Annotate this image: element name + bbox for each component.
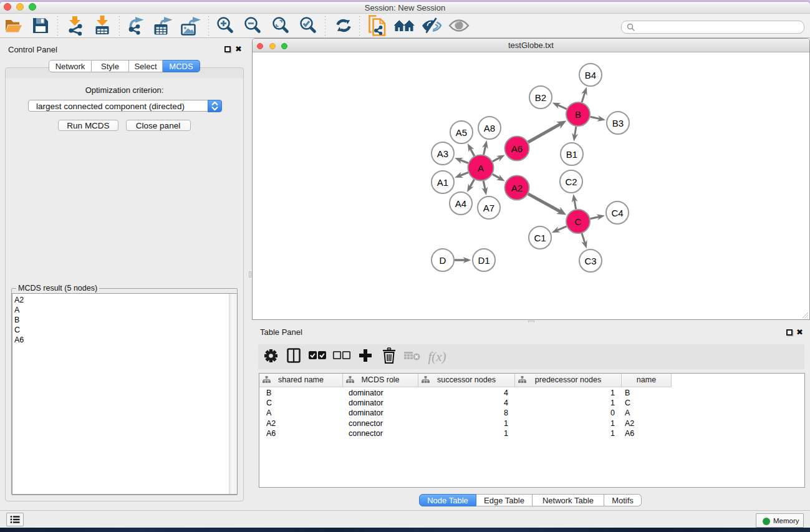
table-cell[interactable]: A2	[625, 418, 670, 428]
unselect-all-button[interactable]	[333, 348, 350, 365]
table-cell[interactable]: dominator	[349, 408, 417, 418]
table-cell[interactable]: connector	[349, 418, 417, 428]
table-cell[interactable]: 4	[478, 388, 508, 398]
table-cell[interactable]: 1	[584, 388, 615, 398]
criterion-select[interactable]: largest connected component (directed)	[28, 100, 222, 112]
zoom-fit-button[interactable]	[270, 17, 291, 37]
table-cell[interactable]: C	[266, 398, 341, 408]
gear-button[interactable]	[262, 348, 279, 365]
table-cell[interactable]: B	[625, 388, 670, 398]
maximize-window-button[interactable]	[281, 43, 287, 49]
column-header-MCDS-role[interactable]: MCDS role	[343, 374, 418, 387]
search-input[interactable]	[621, 21, 804, 34]
mcds-result-item[interactable]: A	[12, 305, 237, 315]
table-cell[interactable]: dominator	[349, 398, 417, 408]
edge-B-B2[interactable]	[557, 105, 567, 109]
edge-A-A2[interactable]	[493, 174, 501, 178]
table-cell[interactable]: A	[625, 408, 670, 418]
tab-network[interactable]: Network	[49, 60, 92, 72]
minimize-window-button[interactable]	[269, 43, 276, 49]
tab-edge-table[interactable]: Edge Table	[476, 494, 533, 506]
columns-button[interactable]	[285, 348, 302, 365]
table-cell[interactable]: 1	[584, 418, 615, 428]
mcds-result-item[interactable]: A2	[12, 295, 237, 305]
maximize-window-button[interactable]	[29, 3, 36, 11]
column-header-predecessor-nodes[interactable]: predecessor nodes	[515, 374, 622, 387]
scrollbar-track[interactable]	[229, 294, 237, 495]
add-column-button[interactable]	[357, 348, 374, 365]
table-cell[interactable]: 1	[478, 418, 508, 428]
edge-A2-C[interactable]	[528, 194, 561, 212]
tab-node-table[interactable]: Node Table	[419, 494, 476, 506]
table-cell[interactable]: 1	[584, 428, 615, 438]
table-cell[interactable]: 0	[584, 408, 615, 418]
edge-A-A7[interactable]	[483, 181, 485, 190]
edge-B-B1[interactable]	[574, 127, 576, 137]
hide-button[interactable]	[421, 17, 442, 37]
show-panels-button[interactable]	[6, 513, 24, 526]
vertical-split-grip[interactable]	[249, 271, 251, 278]
table-cell[interactable]: A6	[266, 428, 341, 438]
close-panel-icon[interactable]: ✖	[235, 45, 242, 53]
table-cell[interactable]: C	[625, 398, 670, 408]
node-table[interactable]: shared nameMCDS rolesuccessor nodesprede…	[259, 373, 805, 488]
edge-C-C2[interactable]	[574, 199, 576, 209]
duplicate-network-button[interactable]	[367, 17, 388, 37]
import-table-button[interactable]	[92, 17, 113, 37]
tab-select[interactable]: Select	[129, 60, 163, 72]
close-window-button[interactable]	[257, 43, 263, 49]
network-window-titlebar[interactable]: testGlobe.txt	[253, 39, 809, 52]
table-cell[interactable]: A6	[625, 428, 670, 438]
table-cell[interactable]: A2	[266, 418, 341, 428]
edge-B-B3[interactable]	[591, 117, 601, 119]
mcds-result-item[interactable]: B	[12, 315, 237, 325]
float-panel-icon[interactable]	[786, 329, 793, 336]
refresh-button[interactable]	[333, 17, 354, 37]
edge-A6-B[interactable]	[528, 123, 561, 142]
close-panel-button[interactable]: Close panel	[126, 120, 191, 131]
close-window-button[interactable]	[4, 3, 11, 11]
zoom-in-button[interactable]	[215, 17, 236, 37]
open-folder-button[interactable]	[3, 17, 24, 37]
table-cell[interactable]: 4	[478, 398, 508, 408]
export-image-button[interactable]	[180, 17, 201, 37]
mcds-result-item[interactable]: A6	[12, 335, 237, 345]
tab-network-table[interactable]: Network Table	[533, 494, 604, 506]
save-button[interactable]	[30, 17, 51, 37]
tab-mcds[interactable]: MCDS	[163, 60, 200, 72]
table-cell[interactable]: A	[266, 408, 341, 418]
table-cell[interactable]: 8	[478, 408, 508, 418]
tab-style[interactable]: Style	[92, 60, 129, 72]
edge-A-A4[interactable]	[470, 180, 475, 188]
close-panel-icon[interactable]: ✖	[796, 328, 803, 336]
column-header-successor-nodes[interactable]: successor nodes	[418, 374, 515, 387]
export-network-button[interactable]	[126, 17, 147, 37]
zoom-selected-button[interactable]	[297, 17, 319, 37]
network-canvas[interactable]: B4B2BB3A5A8A6A3B1AA1C2A2A4A7C4CC1C3DD1	[253, 53, 809, 319]
zoom-out-button[interactable]	[242, 17, 263, 37]
mcds-result-list[interactable]: A2ABCA6	[12, 293, 238, 495]
minimize-window-button[interactable]	[16, 3, 24, 11]
show-button[interactable]	[448, 17, 470, 37]
column-header-name[interactable]: name	[622, 374, 672, 387]
resize-grip[interactable]	[801, 311, 809, 319]
run-mcds-button[interactable]: Run MCDS	[58, 120, 118, 131]
edge-A-A6[interactable]	[493, 157, 501, 162]
edge-C-C4[interactable]	[591, 216, 600, 218]
edge-A-A5[interactable]	[470, 148, 475, 156]
float-panel-icon[interactable]	[224, 46, 231, 52]
neighbors-button[interactable]	[393, 17, 415, 37]
table-cell[interactable]: 1	[478, 428, 508, 438]
mcds-result-item[interactable]: C	[12, 325, 237, 335]
memory-button[interactable]: Memory	[756, 513, 804, 528]
app-titlebar[interactable]: Session: New Session	[0, 2, 810, 14]
table-cell[interactable]: B	[266, 388, 341, 398]
table-cell[interactable]: 1	[584, 398, 615, 408]
select-all-button[interactable]	[309, 348, 326, 365]
table-cell[interactable]: connector	[349, 428, 417, 438]
table-cell[interactable]: dominator	[349, 388, 417, 398]
tab-motifs[interactable]: Motifs	[604, 494, 642, 506]
import-network-button[interactable]	[64, 17, 85, 37]
column-header-shared-name[interactable]: shared name	[259, 374, 343, 387]
delete-button[interactable]	[380, 348, 398, 365]
